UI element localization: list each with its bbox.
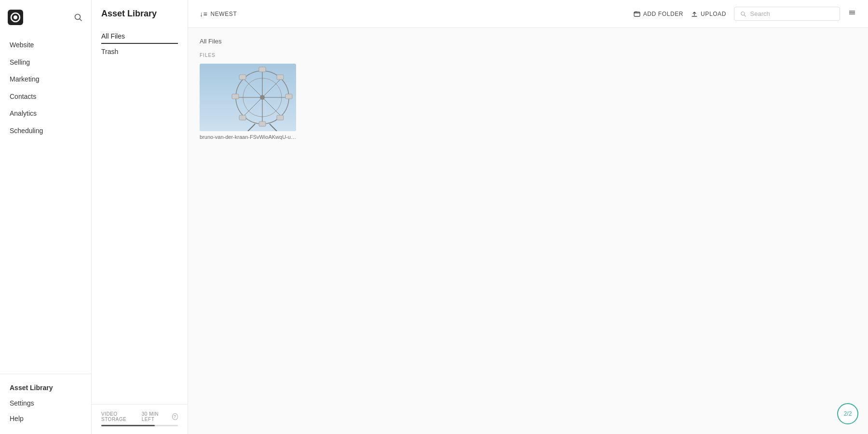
- storage-bar-bg: [101, 425, 178, 426]
- storage-time: 30 MIN LEFT: [142, 411, 169, 422]
- add-folder-button[interactable]: ADD FOLDER: [634, 11, 683, 17]
- search-icon: [740, 11, 746, 17]
- topbar-actions: ADD FOLDER UPLOAD: [634, 7, 856, 21]
- svg-point-27: [260, 95, 265, 100]
- file-thumbnail: [200, 64, 296, 131]
- sidebar-nav: Website Selling Marketing Contacts Analy…: [0, 37, 91, 374]
- sidebar-item-contacts[interactable]: Contacts: [0, 88, 91, 106]
- sort-icon: ↓≡: [200, 10, 207, 18]
- svg-rect-21: [259, 122, 266, 126]
- main-body: All Files FILES: [188, 28, 868, 434]
- search-input[interactable]: [750, 10, 834, 17]
- sidebar-item-website[interactable]: Website: [0, 37, 91, 54]
- svg-point-6: [741, 12, 745, 15]
- svg-rect-19: [259, 67, 266, 72]
- svg-rect-26: [239, 115, 246, 120]
- folder-nav: All Files Trash: [92, 27, 188, 404]
- svg-rect-24: [277, 115, 284, 120]
- svg-point-3: [75, 14, 81, 19]
- page-indicator[interactable]: 2/2: [837, 403, 858, 424]
- folder-panel-footer: VIDEO STORAGE 30 MIN LEFT ?: [92, 404, 188, 434]
- sidebar-item-selling[interactable]: Selling: [0, 54, 91, 71]
- view-toggle-button[interactable]: [848, 8, 856, 19]
- storage-label: VIDEO STORAGE 30 MIN LEFT ?: [101, 411, 178, 422]
- folder-nav-trash[interactable]: Trash: [92, 44, 188, 59]
- main-header: ↓≡ NEWEST ADD FOLDER UPLOAD: [188, 0, 868, 28]
- squarespace-logo-icon[interactable]: [8, 10, 23, 27]
- main-content: ↓≡ NEWEST ADD FOLDER UPLOAD: [188, 0, 868, 434]
- breadcrumb: All Files: [200, 38, 856, 45]
- svg-line-4: [80, 19, 82, 21]
- svg-rect-23: [277, 75, 284, 80]
- folder-panel: Asset Library All Files Trash VIDEO STOR…: [92, 0, 188, 434]
- file-name: bruno-van-der-kraan-FSvWioAKwqU-unsplas.…: [200, 134, 296, 140]
- sidebar-logo-area: [0, 8, 91, 37]
- sidebar-item-analytics[interactable]: Analytics: [0, 105, 91, 122]
- svg-point-2: [14, 15, 17, 19]
- sidebar-item-scheduling[interactable]: Scheduling: [0, 122, 91, 140]
- sidebar-item-asset-library[interactable]: Asset Library: [0, 380, 91, 395]
- storage-bar-fill: [101, 425, 155, 426]
- svg-rect-22: [232, 94, 239, 99]
- storage-help-icon[interactable]: ?: [172, 413, 178, 420]
- sort-label: NEWEST: [210, 11, 237, 17]
- sidebar-item-marketing[interactable]: Marketing: [0, 71, 91, 88]
- svg-rect-20: [285, 94, 292, 99]
- grid-view-icon: [848, 8, 856, 17]
- folder-icon: [634, 11, 640, 17]
- sort-button[interactable]: ↓≡ NEWEST: [200, 10, 237, 18]
- left-sidebar: Website Selling Marketing Contacts Analy…: [0, 0, 92, 434]
- search-box[interactable]: [734, 7, 840, 21]
- upload-icon: [691, 11, 698, 17]
- sidebar-item-settings[interactable]: Settings: [0, 395, 91, 411]
- folder-nav-all-files[interactable]: All Files: [92, 28, 188, 44]
- folder-panel-title: Asset Library: [92, 0, 188, 27]
- files-grid: bruno-van-der-kraan-FSvWioAKwqU-unsplas.…: [200, 64, 856, 140]
- svg-line-7: [744, 15, 746, 16]
- sidebar-search-button[interactable]: [73, 12, 83, 25]
- upload-button[interactable]: UPLOAD: [691, 11, 726, 17]
- files-section-label: FILES: [200, 53, 856, 58]
- file-item[interactable]: bruno-van-der-kraan-FSvWioAKwqU-unsplas.…: [200, 64, 296, 140]
- svg-rect-25: [239, 75, 246, 80]
- sidebar-item-help[interactable]: Help: [0, 411, 91, 426]
- sidebar-bottom: Asset Library Settings Help: [0, 374, 91, 426]
